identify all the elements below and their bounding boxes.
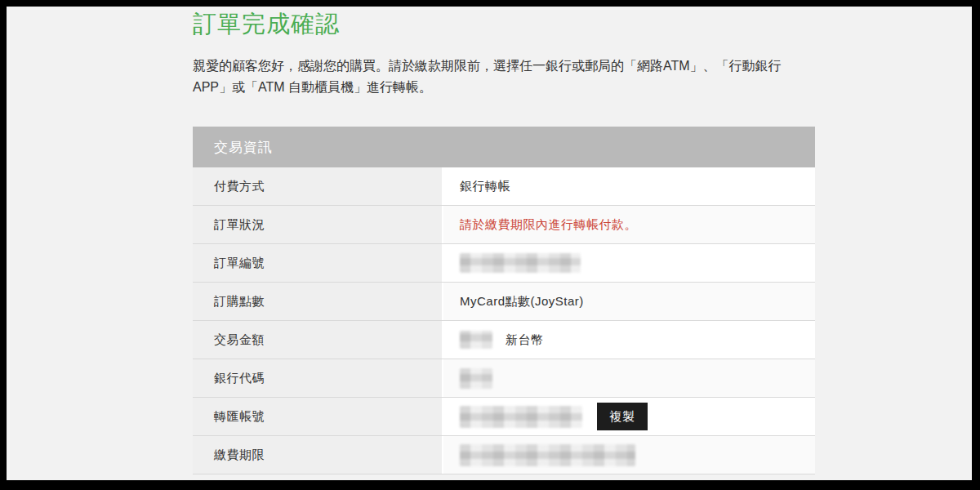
table-row-amount: 交易金額 新台幣 bbox=[193, 321, 815, 359]
redacted-bank-code bbox=[460, 368, 492, 389]
row-value: 複製 bbox=[443, 398, 815, 435]
page-title: 訂單完成確認 bbox=[193, 8, 823, 39]
row-label: 訂單狀況 bbox=[193, 206, 443, 243]
row-label: 銀行代碼 bbox=[193, 359, 443, 397]
currency-label: 新台幣 bbox=[506, 332, 544, 348]
row-label: 付費方式 bbox=[193, 167, 443, 205]
row-label: 訂單編號 bbox=[193, 244, 443, 282]
row-label: 繳費期限 bbox=[193, 436, 443, 474]
redacted-payment-deadline bbox=[460, 444, 635, 466]
copy-button[interactable]: 複製 bbox=[597, 403, 648, 430]
order-status-alert: 請於繳費期限內進行轉帳付款。 bbox=[443, 206, 815, 243]
row-value bbox=[443, 359, 815, 397]
table-row-points-product: 訂購點數 MyCard點數(JoyStar) bbox=[193, 283, 815, 321]
intro-text: 親愛的顧客您好，感謝您的購買。請於繳款期限前，選擇任一銀行或郵局的「網路ATM」… bbox=[193, 56, 812, 98]
row-value: 新台幣 bbox=[443, 321, 815, 359]
row-value bbox=[443, 436, 815, 474]
table-row-transfer-account: 轉匯帳號 複製 bbox=[193, 398, 815, 436]
redacted-transfer-account bbox=[460, 406, 582, 428]
table-row-order-number: 訂單編號 bbox=[193, 244, 815, 283]
redacted-amount bbox=[460, 331, 492, 349]
table-row-order-status: 訂單狀況 請於繳費期限內進行轉帳付款。 bbox=[193, 206, 815, 244]
table-row-bank-code: 銀行代碼 bbox=[193, 359, 815, 398]
row-value bbox=[443, 244, 815, 282]
row-value: 銀行轉帳 bbox=[443, 167, 815, 205]
main-content: 訂單完成確認 親愛的顧客您好，感謝您的購買。請於繳款期限前，選擇任一銀行或郵局的… bbox=[193, 7, 823, 98]
row-label: 訂購點數 bbox=[193, 283, 443, 320]
row-label: 轉匯帳號 bbox=[193, 398, 443, 435]
row-value: MyCard點數(JoyStar) bbox=[443, 283, 815, 320]
table-row-payment-method: 付費方式 銀行轉帳 bbox=[193, 167, 815, 206]
page-background: 訂單完成確認 親愛的顧客您好，感謝您的購買。請於繳款期限前，選擇任一銀行或郵局的… bbox=[7, 7, 972, 480]
row-label: 交易金額 bbox=[193, 321, 443, 359]
table-row-payment-deadline: 繳費期限 bbox=[193, 436, 815, 474]
redacted-order-number bbox=[460, 253, 581, 273]
transaction-info-table: 交易資訊 付費方式 銀行轉帳 訂單狀況 請於繳費期限內進行轉帳付款。 訂單編號 … bbox=[193, 127, 815, 474]
table-header: 交易資訊 bbox=[193, 127, 815, 167]
